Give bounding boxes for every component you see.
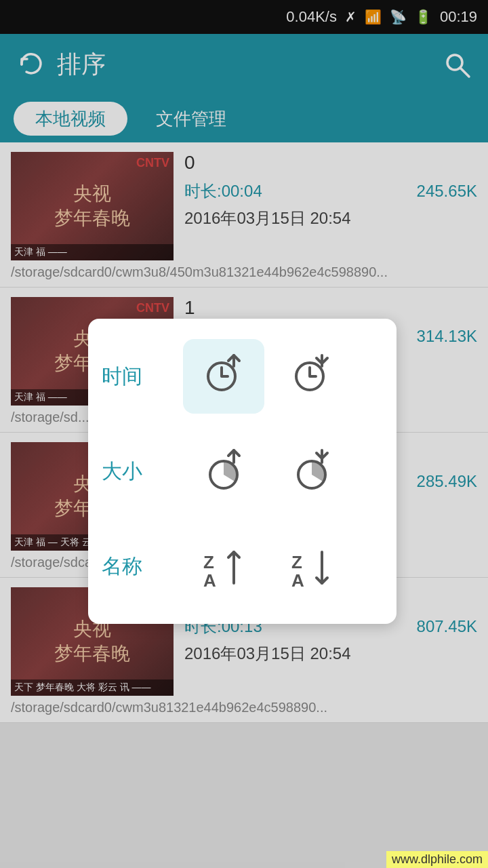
watermark: www.dlphile.com bbox=[386, 851, 488, 868]
svg-text:A: A bbox=[291, 570, 304, 590]
sort-name-desc-button[interactable]: Z A bbox=[271, 529, 352, 604]
svg-text:Z: Z bbox=[291, 552, 302, 572]
sort-row-time: 时间 bbox=[102, 339, 383, 414]
sort-overlay[interactable]: 时间 大小 bbox=[0, 0, 488, 868]
sort-size-desc-button[interactable] bbox=[271, 434, 352, 509]
sort-time-asc-button[interactable] bbox=[183, 339, 264, 414]
sort-dialog: 时间 大小 bbox=[88, 319, 396, 624]
sort-label-time: 时间 bbox=[102, 363, 176, 391]
sort-label-size: 大小 bbox=[102, 458, 176, 486]
svg-text:Z: Z bbox=[203, 552, 214, 572]
sort-size-asc-button[interactable] bbox=[183, 434, 264, 509]
sort-time-desc-button[interactable] bbox=[271, 339, 352, 414]
sort-name-asc-button[interactable]: Z A bbox=[183, 529, 264, 604]
svg-text:A: A bbox=[203, 570, 216, 590]
sort-row-name: 名称 Z A Z A bbox=[102, 529, 383, 604]
sort-row-size: 大小 bbox=[102, 434, 383, 509]
sort-label-name: 名称 bbox=[102, 553, 176, 580]
